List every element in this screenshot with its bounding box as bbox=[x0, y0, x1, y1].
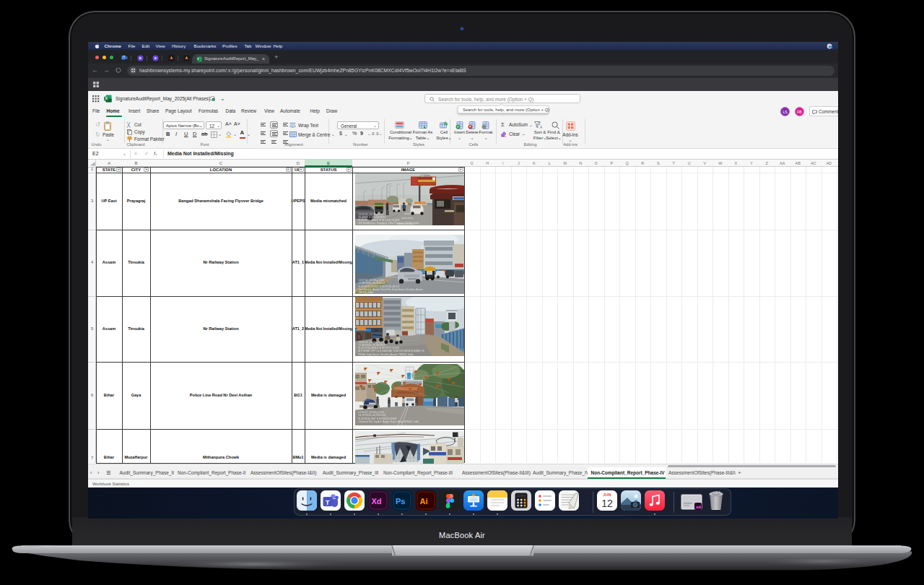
svg-text:INDIA, Daily Bazar, Tinsukia,: INDIA, Daily Bazar, Tinsukia, Assam 7861… bbox=[359, 353, 414, 356]
svg-text:305 Madhavpur, Prayagraj, Utta: 305 Madhavpur, Prayagraj, Uttar Pradesh … bbox=[359, 222, 419, 225]
svg-text:+: + bbox=[456, 124, 458, 129]
svg-text:T: T bbox=[123, 56, 126, 59]
svg-text:×: × bbox=[469, 124, 471, 129]
svg-text:Chakand Rd, Jagdish Nagar, Gay: Chakand Rd, Jagdish Nagar, Gaya, Bihar 8… bbox=[359, 420, 419, 423]
svg-text:Xd: Xd bbox=[372, 497, 382, 506]
svg-text:xd: xd bbox=[696, 504, 701, 508]
svg-text:Ps: Ps bbox=[396, 497, 405, 506]
svg-text:T: T bbox=[326, 498, 330, 506]
svg-text:A: A bbox=[540, 126, 542, 129]
svg-text:786125, India: 786125, India bbox=[359, 291, 374, 294]
svg-text:X: X bbox=[105, 96, 108, 100]
svg-text:X: X bbox=[197, 57, 199, 61]
svg-text:12: 12 bbox=[601, 498, 613, 509]
svg-text:Ai: Ai bbox=[420, 497, 428, 506]
svg-text:JUN: JUN bbox=[603, 493, 611, 497]
